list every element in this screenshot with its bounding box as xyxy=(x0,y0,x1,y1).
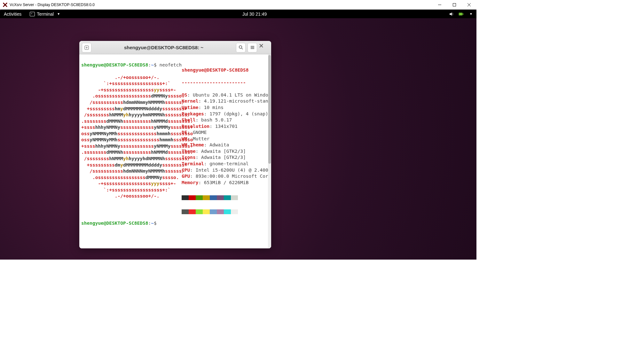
color-swatch xyxy=(182,209,189,214)
windows-title: VcXsrv Server - Display DESKTOP-SC8EDS8:… xyxy=(10,3,432,7)
terminal-window: shengyue@DESKTOP-SC8EDS8: ~ shengyue@DES… xyxy=(79,41,271,248)
color-swatch xyxy=(196,209,203,214)
search-button[interactable] xyxy=(236,43,246,52)
color-swatch xyxy=(182,195,189,200)
windows-controls xyxy=(432,0,476,10)
info-row: Resolution: 1341x701 xyxy=(182,123,271,130)
color-swatch xyxy=(196,195,203,200)
svg-rect-2 xyxy=(463,13,463,15)
svg-rect-3 xyxy=(459,13,462,15)
scrollbar-thumb[interactable] xyxy=(268,55,271,164)
info-row: Icons: Adwaita [GTK2/3] xyxy=(182,154,271,161)
gnome-top-bar: Activities Terminal ▼ Jul 30 21:49 ▼ xyxy=(0,10,476,18)
info-row: WM Theme: Adwaita xyxy=(182,142,271,148)
color-swatch xyxy=(210,209,217,214)
command: neofetch xyxy=(159,62,182,67)
system-status-area[interactable]: ▼ xyxy=(449,12,473,17)
info-row: Kernel: 4.19.121-microsoft-standard xyxy=(182,98,271,105)
terminal-icon xyxy=(30,12,35,16)
app-menu-label: Terminal xyxy=(37,12,54,17)
color-swatch xyxy=(231,195,238,200)
color-swatch xyxy=(231,209,238,214)
separator: ----------------------- xyxy=(182,80,271,86)
neofetch-ascii: .-/+oossssoo+/-. `:+ssssssssssssssssss+:… xyxy=(81,75,196,199)
activities-button[interactable]: Activities xyxy=(4,12,21,17)
menu-button[interactable] xyxy=(247,43,257,52)
close-icon xyxy=(259,43,263,48)
chevron-down-icon: ▼ xyxy=(469,12,473,16)
info-row: DE: GNOME xyxy=(182,129,271,136)
info-row: Shell: bash 5.0.17 xyxy=(182,117,271,123)
terminal-title: shengyue@DESKTOP-SC8EDS8: ~ xyxy=(91,45,236,50)
color-swatch xyxy=(217,195,224,200)
vcxsrv-icon xyxy=(3,2,8,7)
windows-titlebar: VcXsrv Server - Display DESKTOP-SC8EDS8:… xyxy=(0,0,476,10)
clock[interactable]: Jul 30 21:49 xyxy=(60,12,449,17)
hamburger-icon xyxy=(250,45,255,50)
info-row: GPU: 893e:00:00.0 Microsoft Corporat xyxy=(182,173,271,180)
info-row: Theme: Adwaita [GTK2/3] xyxy=(182,148,271,155)
terminal-body[interactable]: shengyue@DESKTOP-SC8EDS8:~$ neofetch .-/… xyxy=(79,54,271,248)
svg-point-5 xyxy=(239,46,241,48)
color-swatch xyxy=(224,209,231,214)
neofetch-info: shengyue@DESKTOP-SC8EDS8 ---------------… xyxy=(182,61,271,221)
info-row: OS: Ubuntu 20.04.1 LTS on Windows 10 xyxy=(182,92,271,98)
chevron-down-icon: ▼ xyxy=(57,12,60,16)
gnome-desktop: Activities Terminal ▼ Jul 30 21:49 ▼ she… xyxy=(0,10,476,260)
new-tab-button[interactable] xyxy=(82,43,91,52)
color-swatch xyxy=(189,195,196,200)
info-row: Uptime: 10 mins xyxy=(182,105,271,111)
scrollbar[interactable] xyxy=(268,54,271,248)
prompt-user: shengyue@DESKTOP-SC8EDS8 xyxy=(81,221,148,226)
terminal-close-button[interactable] xyxy=(259,43,269,52)
color-swatch xyxy=(224,195,231,200)
info-row: Memory: 653MiB / 6226MiB xyxy=(182,180,271,186)
minimize-button[interactable] xyxy=(432,0,447,10)
color-swatch xyxy=(217,209,224,214)
color-swatch xyxy=(189,209,196,214)
app-menu[interactable]: Terminal ▼ xyxy=(30,12,60,17)
close-button[interactable] xyxy=(462,0,476,10)
info-row: CPU: Intel i5-6200U (4) @ 2.400GHz xyxy=(182,167,271,174)
color-swatch xyxy=(210,195,217,200)
prompt-path: ~ xyxy=(151,62,154,67)
color-swatch xyxy=(203,209,210,214)
maximize-button[interactable] xyxy=(447,0,462,10)
svg-rect-0 xyxy=(453,3,456,6)
color-swatches-row-1 xyxy=(182,195,271,200)
search-icon xyxy=(239,45,243,50)
terminal-header: shengyue@DESKTOP-SC8EDS8: ~ xyxy=(79,41,271,54)
color-swatches-row-2 xyxy=(182,209,271,214)
volume-icon xyxy=(449,12,454,17)
info-row: WM: Mutter xyxy=(182,136,271,142)
battery-icon xyxy=(459,12,464,17)
info-row: Packages: 1797 (dpkg), 4 (snap) xyxy=(182,111,271,117)
prompt-user: shengyue@DESKTOP-SC8EDS8 xyxy=(81,62,148,67)
info-row: Terminal: gnome-terminal xyxy=(182,161,271,167)
new-tab-icon xyxy=(84,45,89,50)
prompt-path: ~ xyxy=(151,221,154,226)
color-swatch xyxy=(203,195,210,200)
